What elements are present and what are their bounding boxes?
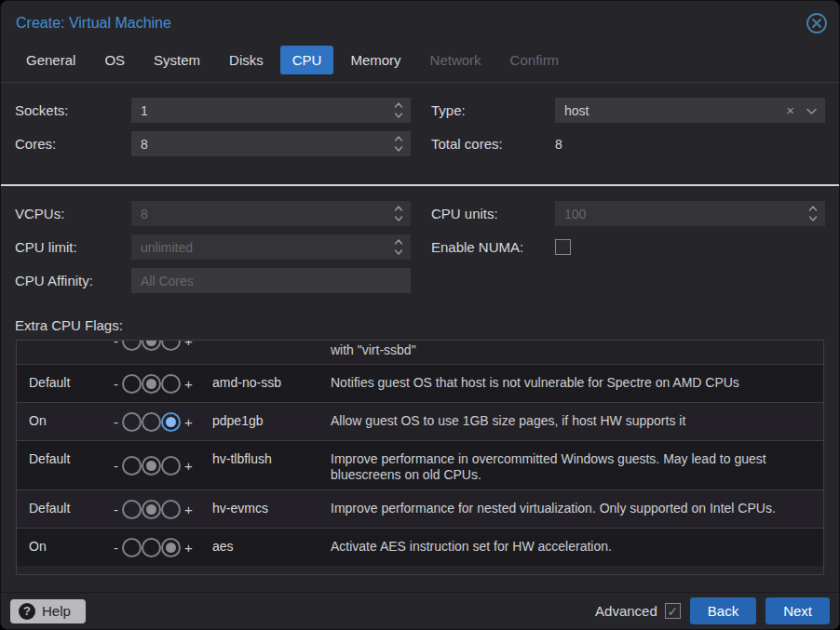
cpu-limit-row: CPU limit:	[15, 235, 411, 260]
checkmark-icon: ✓	[667, 604, 678, 619]
cpu-affinity-field[interactable]	[131, 268, 411, 293]
slider-off-circle[interactable]	[122, 538, 142, 557]
enable-numa-row: Enable NUMA:	[431, 235, 825, 260]
slider-on-circle[interactable]	[161, 374, 181, 394]
flag-slider[interactable]: - +	[110, 456, 196, 476]
tab-cpu[interactable]: CPU	[280, 46, 334, 74]
tab-confirm: Confirm	[498, 46, 572, 74]
flag-row-amd-no-ssb[interactable]: Default - + amd-no-ssb Notifies guest OS…	[17, 364, 823, 402]
flag-state: Default	[17, 441, 110, 489]
type-row: Type: ×	[431, 98, 825, 123]
flag-slider[interactable]: - +	[110, 340, 196, 351]
type-label: Type:	[431, 102, 555, 118]
clear-icon[interactable]: ×	[786, 102, 794, 118]
total-cores-label: Total cores:	[431, 136, 555, 152]
slider-default-circle[interactable]	[142, 340, 161, 351]
flag-state: Default	[17, 490, 110, 528]
slider-plus[interactable]: +	[181, 340, 196, 349]
wizard-tabs: General OS System Disks CPU Memory Netwo…	[1, 46, 839, 83]
slider-minus[interactable]: -	[110, 540, 122, 556]
slider-off-circle[interactable]	[122, 500, 142, 519]
cpu-affinity-input[interactable]	[131, 268, 411, 293]
vcpus-label: VCPUs:	[15, 206, 131, 221]
back-button[interactable]: Back	[690, 597, 756, 624]
slider-on-circle[interactable]	[161, 538, 181, 557]
flag-description: Allow guest OS to use 1GB size pages, if…	[331, 403, 823, 440]
slider-default-circle[interactable]	[142, 374, 161, 394]
slider-on-circle[interactable]	[161, 456, 181, 476]
help-icon: ?	[19, 603, 35, 620]
tab-disks[interactable]: Disks	[217, 46, 276, 74]
slider-minus[interactable]: -	[110, 502, 122, 517]
close-icon[interactable]	[806, 12, 828, 34]
slider-plus[interactable]: +	[181, 458, 196, 474]
flag-slider[interactable]: - +	[110, 500, 196, 519]
section-divider	[1, 184, 839, 186]
dialog-titlebar: Create: Virtual Machine	[1, 1, 839, 46]
slider-default-circle[interactable]	[142, 538, 161, 557]
flag-name	[212, 340, 331, 364]
flag-description: Activate AES instruction set for HW acce…	[331, 529, 823, 566]
flag-row-hv-evmcs[interactable]: Default - + hv-evmcs Improve performance…	[17, 489, 823, 528]
slider-off-circle[interactable]	[122, 374, 142, 394]
spinner-up-down-icon[interactable]	[393, 100, 404, 124]
flag-state: On	[17, 529, 110, 566]
slider-on-circle[interactable]	[161, 500, 181, 519]
advanced-checkbox[interactable]: ✓	[665, 603, 681, 619]
flag-state	[17, 340, 110, 364]
sockets-stepper[interactable]	[131, 98, 411, 123]
flag-row-hv-tlbflush[interactable]: Default - + hv-tlbflush Improve performa…	[17, 440, 823, 489]
tab-network: Network	[418, 46, 494, 74]
sockets-input[interactable]	[131, 98, 411, 123]
slider-default-circle[interactable]	[142, 500, 161, 519]
slider-off-circle[interactable]	[122, 456, 142, 476]
flag-name: hv-evmcs	[212, 490, 331, 528]
slider-on-circle[interactable]	[161, 340, 181, 351]
slider-minus[interactable]: -	[110, 414, 122, 430]
help-button[interactable]: ? Help	[10, 599, 86, 623]
cores-input[interactable]	[131, 131, 411, 156]
type-input[interactable]	[555, 98, 825, 123]
slider-plus[interactable]: +	[181, 502, 196, 517]
slider-plus[interactable]: +	[181, 540, 196, 556]
slider-minus[interactable]: -	[110, 340, 122, 349]
dialog-title: Create: Virtual Machine	[16, 15, 171, 32]
flag-row-ssbd-partial[interactable]: - + with "virt-ssbd"	[17, 340, 823, 364]
flag-name: hv-tlbflush	[212, 441, 331, 489]
enable-numa-label: Enable NUMA:	[431, 239, 555, 255]
slider-plus[interactable]: +	[181, 376, 196, 392]
cpu-panel: Sockets: Cores:	[1, 83, 839, 592]
slider-minus[interactable]: -	[110, 376, 122, 392]
slider-default-circle[interactable]	[142, 412, 161, 432]
tab-os[interactable]: OS	[92, 46, 137, 74]
slider-plus[interactable]: +	[181, 414, 196, 430]
cpu-affinity-label: CPU Affinity:	[15, 273, 131, 288]
tab-system[interactable]: System	[142, 46, 212, 74]
cores-row: Cores:	[15, 131, 411, 156]
next-button[interactable]: Next	[765, 597, 830, 624]
flag-description: Notifies guest OS that host is not vulne…	[331, 365, 823, 402]
slider-off-circle[interactable]	[122, 340, 142, 351]
slider-off-circle[interactable]	[122, 412, 142, 432]
flag-row-pdpe1gb[interactable]: On - + pdpe1gb Allow guest OS to use 1GB…	[17, 402, 823, 440]
cpu-limit-stepper	[131, 235, 411, 260]
flag-slider[interactable]: - +	[110, 412, 196, 432]
flag-row-aes[interactable]: On - + aes Activate AES instruction set …	[17, 528, 823, 566]
cores-stepper[interactable]	[131, 131, 411, 156]
flag-description: Improve performance for nested virtualiz…	[331, 490, 823, 528]
slider-on-circle[interactable]	[161, 412, 181, 432]
slider-minus[interactable]: -	[110, 458, 122, 474]
slider-default-circle[interactable]	[142, 456, 161, 476]
spinner-up-down-icon[interactable]	[393, 133, 404, 157]
flag-slider[interactable]: - +	[110, 538, 196, 557]
tab-general[interactable]: General	[14, 46, 88, 74]
flag-slider[interactable]: - +	[110, 374, 196, 394]
chevron-down-icon[interactable]	[806, 103, 818, 118]
flag-description: with "virt-ssbd"	[331, 340, 823, 364]
type-combo[interactable]: ×	[555, 98, 825, 123]
enable-numa-checkbox[interactable]	[555, 239, 571, 255]
flag-state: Default	[17, 365, 110, 402]
tab-memory[interactable]: Memory	[338, 46, 413, 74]
flag-name: pdpe1gb	[212, 403, 331, 440]
cpu-affinity-row: CPU Affinity:	[15, 268, 411, 293]
